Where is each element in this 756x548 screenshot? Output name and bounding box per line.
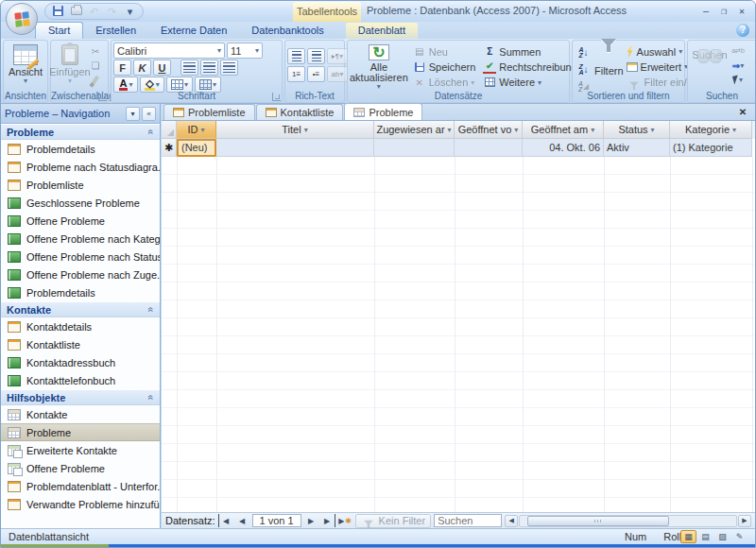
nav-item-verwandte-probleme-hinzufü[interactable]: Verwandte Probleme hinzufü... [1, 495, 160, 513]
customize-dropdown-icon[interactable]: ▾ [123, 6, 137, 18]
nav-item-offene-probleme[interactable]: Offene Probleme [1, 459, 160, 477]
scroll-left-icon[interactable]: ◀ [505, 515, 518, 527]
decrease-indent-icon[interactable] [287, 48, 305, 64]
paste-button[interactable]: Einfügen ▾ [53, 43, 87, 90]
column-dropdown-icon[interactable]: ▾ [591, 126, 594, 134]
text-direction-button[interactable]: ▸¶▾ [327, 48, 348, 64]
column-header-kategorie[interactable]: Kategorie▾ [670, 121, 752, 139]
numbered-list-icon[interactable]: 1≡ [287, 66, 305, 82]
cell-zugewiesen-ar[interactable] [374, 139, 455, 157]
nav-group-header-probleme[interactable]: Probleme« [1, 124, 160, 140]
first-record-icon[interactable]: ◀ [218, 514, 232, 527]
nav-group-header-kontakte[interactable]: Kontakte« [1, 301, 160, 317]
view-button[interactable]: Ansicht ▾ [6, 43, 45, 90]
filter-status-button[interactable]: Kein Filter [355, 514, 432, 528]
nav-item-offene-probleme-nach-status[interactable]: Offene Probleme nach Status [1, 248, 160, 265]
pivottable-view-icon[interactable]: ▤ [697, 530, 713, 543]
nav-item-kontakttelefonbuch[interactable]: Kontakttelefonbuch [1, 371, 160, 389]
undo-icon[interactable]: ↶ [87, 6, 101, 18]
filter-button[interactable]: Filtern [594, 43, 624, 90]
format-painter-icon[interactable] [89, 73, 102, 86]
restore-button[interactable]: ❐ [715, 4, 732, 17]
clipboard-dialog-launcher-icon[interactable] [98, 93, 107, 101]
cell-titel[interactable] [216, 139, 374, 157]
nav-item-problemdetails[interactable]: Problemdetails [1, 140, 160, 158]
column-header-id[interactable]: ID▾ [177, 121, 216, 139]
help-icon[interactable]: ? [736, 24, 749, 37]
office-button[interactable] [6, 3, 38, 35]
scrollbar-thumb[interactable] [527, 516, 669, 526]
nav-item-problemliste[interactable]: Problemliste [1, 176, 160, 194]
totals-button[interactable]: ΣSummen [480, 44, 580, 59]
column-header-geöffnet-am[interactable]: Geöffnet am▾ [523, 121, 604, 139]
document-tab-probleme[interactable]: Probleme [344, 103, 422, 120]
highlight-button[interactable]: ab▾ [327, 66, 348, 82]
font-size-combo[interactable]: 11▾ [227, 43, 263, 59]
nav-item-offene-probleme-nach-zuge[interactable]: Offene Probleme nach Zuge... [1, 265, 160, 283]
last-record-icon[interactable]: ▶ [321, 514, 335, 527]
sort-descending-icon[interactable]: ZA↓ [575, 61, 593, 77]
chevron-up-icon[interactable]: « [146, 129, 157, 135]
cut-icon[interactable]: ✂ [89, 44, 102, 58]
refresh-all-button[interactable]: ↻ Alle aktualisieren ▾ [350, 43, 408, 90]
nav-pane-header[interactable]: Probleme – Navigation ▾ « [1, 104, 160, 124]
nav-item-kontakte[interactable]: Kontakte [1, 405, 160, 423]
chevron-up-icon[interactable]: « [146, 395, 157, 401]
nav-item-kontaktadressbuch[interactable]: Kontaktadressbuch [1, 353, 160, 371]
cell-status[interactable]: Aktiv [604, 139, 670, 157]
close-button[interactable]: ✕ [733, 4, 750, 17]
print-icon[interactable] [69, 6, 83, 17]
cell-geöffnet-vo[interactable] [455, 139, 523, 157]
select-all-corner[interactable] [162, 121, 177, 139]
sort-ascending-icon[interactable]: AZ↓ [575, 44, 593, 60]
pivotchart-view-icon[interactable]: ▨ [714, 530, 730, 543]
shutter-bar-collapse-icon[interactable]: « [142, 107, 156, 121]
align-center-icon[interactable] [200, 60, 218, 76]
scroll-right-icon[interactable]: ▶ [738, 515, 751, 527]
underline-button[interactable]: U [153, 60, 171, 76]
align-right-icon[interactable] [220, 60, 238, 76]
nav-item-kontaktliste[interactable]: Kontaktliste [1, 335, 160, 353]
ribbon-tab-externe-daten[interactable]: Externe Daten [148, 23, 239, 40]
record-search-input[interactable] [434, 514, 502, 527]
document-tab-problemliste[interactable]: Problemliste [163, 104, 255, 120]
delete-record-button[interactable]: ✕Löschen▾ [410, 76, 479, 90]
design-view-icon[interactable]: ✎ [731, 530, 747, 543]
save-record-button[interactable]: Speichern [410, 60, 479, 74]
minimize-button[interactable]: – [697, 4, 714, 17]
column-dropdown-icon[interactable]: ▾ [732, 126, 736, 134]
more-button[interactable]: Weitere▾ [480, 76, 580, 90]
cell-kategorie[interactable]: (1) Kategorie [670, 139, 752, 157]
column-dropdown-icon[interactable]: ▾ [448, 126, 452, 134]
bullet-list-icon[interactable]: •≡ [307, 66, 325, 82]
nav-item-erweiterte-kontakte[interactable]: Erweiterte Kontakte [1, 441, 160, 459]
select-icon[interactable]: ▾ [731, 73, 745, 86]
nav-item-problemdatenblatt-unterfor[interactable]: Problemdatenblatt - Unterfor... [1, 477, 160, 495]
ribbon-tab-datenbanktools[interactable]: Datenbanktools [239, 23, 335, 40]
save-icon[interactable] [51, 6, 65, 18]
font-dialog-launcher-icon[interactable] [272, 93, 281, 101]
cell-geöffnet-am[interactable]: 04. Okt. 06 [523, 139, 604, 157]
italic-button[interactable]: K [133, 60, 151, 76]
new-record-row-selector[interactable]: ✱ [162, 139, 177, 157]
nav-item-offene-probleme[interactable]: Offene Probleme [1, 212, 160, 230]
column-header-status[interactable]: Status▾ [604, 121, 670, 139]
find-button[interactable]: Suchen [690, 43, 730, 90]
new-record-button[interactable]: ▤Neu [410, 44, 479, 59]
copy-icon[interactable]: ❏ [89, 59, 102, 72]
close-document-icon[interactable]: ✕ [736, 106, 749, 119]
datasheet-view-icon[interactable]: ▦ [680, 530, 696, 543]
column-dropdown-icon[interactable]: ▾ [514, 126, 518, 134]
cell-id[interactable]: (Neu) [177, 139, 216, 157]
nav-item-problemdetails[interactable]: Problemdetails [1, 283, 160, 301]
ribbon-tab-erstellen[interactable]: Erstellen [83, 23, 148, 40]
nav-item-kontaktdetails[interactable]: Kontaktdetails [1, 317, 160, 335]
nav-item-offene-probleme-nach-kateg[interactable]: Offene Probleme nach Kateg... [1, 230, 160, 248]
nav-item-geschlossene-probleme[interactable]: Geschlossene Probleme [1, 194, 160, 212]
column-header-geöffnet-vo[interactable]: Geöffnet vo▾ [455, 121, 523, 139]
goto-icon[interactable]: ⇒▾ [731, 59, 745, 72]
previous-record-icon[interactable]: ◀ [235, 514, 249, 527]
nav-group-header-hilfsobjekte[interactable]: Hilfsobjekte« [1, 389, 160, 405]
font-name-combo[interactable]: Calibri▾ [113, 43, 225, 59]
increase-indent-icon[interactable] [307, 48, 325, 64]
